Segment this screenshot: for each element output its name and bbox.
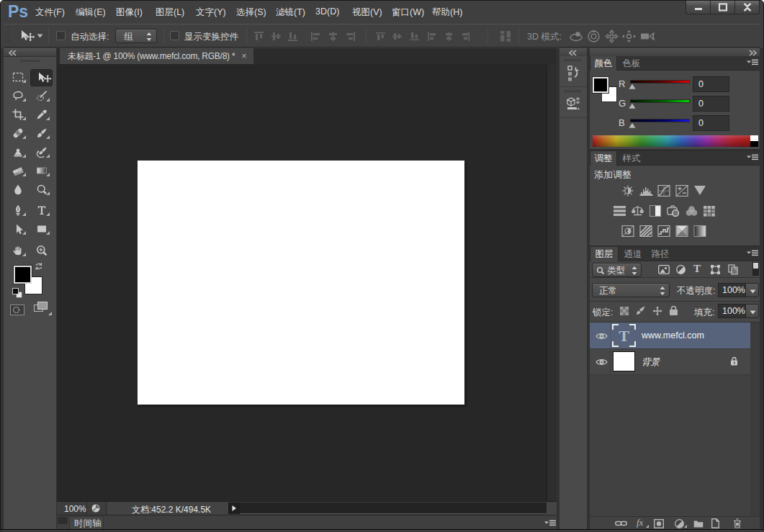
- svg-text:T: T: [619, 327, 629, 345]
